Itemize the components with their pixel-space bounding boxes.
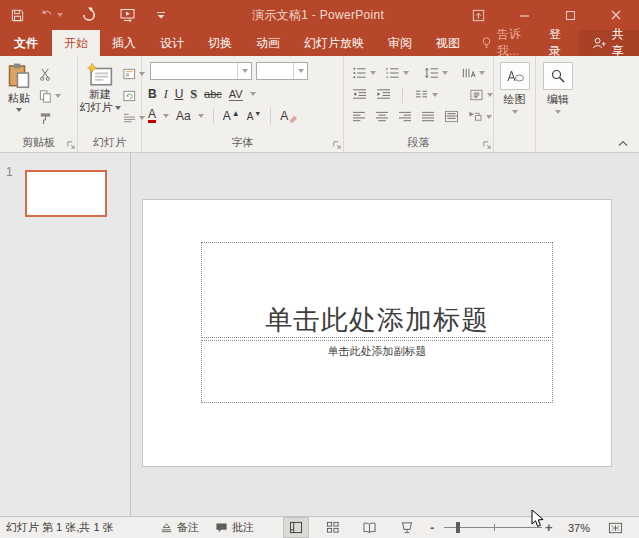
underline-button[interactable]: U <box>175 87 184 101</box>
quick-access-toolbar <box>0 0 178 30</box>
font-name-combobox[interactable] <box>150 62 252 80</box>
paste-dropdown-caret[interactable] <box>16 108 22 112</box>
character-spacing-caret[interactable] <box>250 92 256 96</box>
align-text-caret[interactable] <box>487 93 493 97</box>
normal-view-button[interactable] <box>283 517 309 538</box>
clear-formatting-button[interactable]: A <box>280 109 298 123</box>
tab-view[interactable]: 视图 <box>424 30 472 56</box>
redo-icon[interactable] <box>72 0 106 30</box>
font-name-caret[interactable] <box>242 69 248 73</box>
editing-button[interactable]: 编辑 <box>539 62 577 114</box>
font-group-label: 字体 <box>142 135 343 150</box>
drawing-label: 绘图 <box>504 93 526 106</box>
zoom-level[interactable]: 37% <box>568 517 590 538</box>
title-bar: 演示文稿1 - PowerPoint <box>0 0 639 30</box>
font-size-caret[interactable] <box>298 69 304 73</box>
share-button[interactable]: 共享 <box>579 30 639 56</box>
font-color-caret[interactable] <box>163 114 169 118</box>
tab-review[interactable]: 审阅 <box>376 30 424 56</box>
zoom-out-button[interactable]: - <box>430 517 434 538</box>
tab-file[interactable]: 文件 <box>0 30 52 56</box>
format-painter-button[interactable] <box>38 110 61 126</box>
notes-icon <box>160 522 173 534</box>
font-size-combobox[interactable] <box>256 62 308 80</box>
line-spacing-button[interactable] <box>424 66 439 80</box>
decrease-indent-button[interactable] <box>352 88 367 101</box>
tab-design[interactable]: 设计 <box>148 30 196 56</box>
smartart-caret[interactable] <box>486 115 492 119</box>
new-slide-dropdown-caret[interactable] <box>115 106 121 110</box>
editing-label: 编辑 <box>547 93 569 106</box>
line-spacing-caret[interactable] <box>442 71 448 75</box>
paragraph-dialog-launcher-icon[interactable] <box>482 140 491 149</box>
increase-indent-button[interactable] <box>376 88 391 101</box>
cut-button[interactable] <box>38 66 61 82</box>
drawing-dropdown-caret[interactable] <box>512 110 518 114</box>
italic-button[interactable]: I <box>164 87 168 102</box>
numbering-caret[interactable] <box>403 71 409 75</box>
slideshow-view-button[interactable] <box>394 517 420 538</box>
add-remove-columns-button[interactable] <box>444 110 459 123</box>
slide-canvas[interactable]: 单击此处添加标题 单击此处添加副标题 <box>143 200 611 466</box>
strikethrough-button[interactable]: abc <box>204 88 222 100</box>
collapse-ribbon-icon[interactable] <box>617 138 629 148</box>
group-clipboard: 粘贴 剪贴板 <box>0 56 78 152</box>
customize-quick-access-icon[interactable] <box>144 0 178 30</box>
paste-label: 粘贴 <box>8 92 30 105</box>
tab-animations[interactable]: 动画 <box>244 30 292 56</box>
bullets-button[interactable] <box>352 66 367 80</box>
convert-to-smartart-button[interactable] <box>468 110 483 123</box>
character-spacing-button[interactable]: AV <box>229 88 243 101</box>
increase-font-size-button[interactable]: A▲ <box>223 109 240 123</box>
zoom-in-button[interactable]: + <box>545 517 553 538</box>
align-text-button[interactable] <box>469 88 484 102</box>
comments-icon <box>215 522 228 534</box>
editing-dropdown-caret[interactable] <box>555 110 561 114</box>
text-shadow-button[interactable]: S <box>190 87 197 102</box>
drawing-button[interactable]: 绘图 <box>496 62 534 114</box>
align-right-button[interactable] <box>398 111 412 123</box>
decrease-font-size-button[interactable]: A▼ <box>247 110 262 122</box>
fit-to-window-button[interactable] <box>608 517 623 538</box>
undo-dropdown-caret[interactable] <box>57 13 63 17</box>
align-center-button[interactable] <box>375 111 389 123</box>
font-color-button[interactable]: A <box>148 109 156 123</box>
ribbon-display-options-icon[interactable] <box>455 0 501 30</box>
sign-in-button[interactable]: 登录 <box>539 30 578 56</box>
normal-view-icon <box>289 521 303 534</box>
align-left-button[interactable] <box>352 111 366 123</box>
tab-slideshow[interactable]: 幻灯片放映 <box>292 30 376 56</box>
text-direction-caret[interactable] <box>479 71 485 75</box>
font-dialog-launcher-icon[interactable] <box>332 140 341 149</box>
copy-dropdown-caret[interactable] <box>55 94 61 98</box>
tab-home[interactable]: 开始 <box>52 30 100 56</box>
notes-button[interactable]: 备注 <box>160 517 199 538</box>
change-case-caret[interactable] <box>198 114 204 118</box>
zoom-slider-thumb[interactable] <box>456 522 460 533</box>
copy-button[interactable] <box>38 88 61 104</box>
clipboard-dialog-launcher-icon[interactable] <box>66 140 75 149</box>
text-direction-button[interactable] <box>461 66 476 80</box>
tab-transitions[interactable]: 切换 <box>196 30 244 56</box>
start-slideshow-icon[interactable] <box>110 0 144 30</box>
columns-button[interactable] <box>414 88 429 101</box>
subtitle-placeholder[interactable]: 单击此处添加副标题 <box>201 340 553 403</box>
slide-number: 1 <box>6 165 13 179</box>
title-placeholder[interactable]: 单击此处添加标题 <box>201 242 553 338</box>
tell-me-box[interactable]: 告诉我... <box>472 30 539 56</box>
tab-insert[interactable]: 插入 <box>100 30 148 56</box>
person-add-icon <box>591 36 607 50</box>
reading-view-button[interactable] <box>356 517 382 538</box>
justify-button[interactable] <box>421 111 435 123</box>
numbering-button[interactable] <box>385 66 400 80</box>
new-slide-icon <box>85 62 115 88</box>
bullets-caret[interactable] <box>370 71 376 75</box>
slide-thumbnail[interactable] <box>25 170 107 217</box>
save-icon[interactable] <box>0 0 34 30</box>
bold-button[interactable]: B <box>148 87 157 101</box>
columns-caret[interactable] <box>432 93 438 97</box>
comments-button[interactable]: 批注 <box>215 517 254 538</box>
undo-icon[interactable] <box>34 0 68 30</box>
change-case-button[interactable]: Aa <box>176 109 191 123</box>
slide-sorter-view-button[interactable] <box>320 517 346 538</box>
